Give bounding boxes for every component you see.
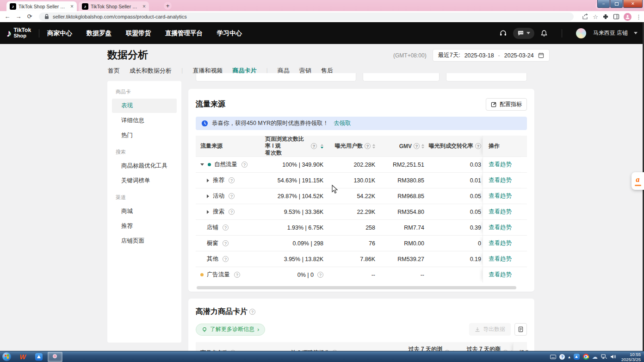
store-avatar[interactable] (576, 28, 586, 38)
taskbar-chrome-button[interactable] (48, 352, 62, 362)
info-icon[interactable]: ? (311, 143, 317, 149)
tiktok-shop-logo[interactable]: TikTok Shop (14, 27, 31, 38)
taskbar-app-button[interactable] (31, 352, 46, 362)
col-users[interactable]: 曝光用户数 ? (323, 142, 375, 150)
tray-expand-icon[interactable]: ▴ (568, 355, 570, 359)
speaker-icon[interactable] (610, 354, 616, 359)
configure-metrics-button[interactable]: 配置指标 (486, 98, 527, 111)
export-data-button[interactable]: 导出数据 (469, 323, 511, 336)
info-icon[interactable]: ? (229, 177, 235, 183)
tab-close-icon[interactable]: × (142, 4, 146, 9)
topnav-item[interactable]: 直播管理平台 (165, 29, 203, 37)
extensions-puzzle-icon[interactable] (602, 13, 609, 20)
taskbar-clock[interactable]: 10:55 2025/3/25 (621, 352, 641, 362)
diagnosis-link[interactable]: 了解更多诊断信息 › (196, 324, 265, 336)
side-panel-icon[interactable] (613, 13, 619, 20)
view-trend-link[interactable]: 查看趋势 (489, 161, 512, 169)
bookmark-star-icon[interactable]: ☆ (593, 14, 598, 20)
page-tab[interactable]: 成长和数据分析 (130, 67, 172, 78)
date-range-picker[interactable]: 最近7天: 2025-03-18 - 2025-03-24 (433, 49, 550, 62)
info-icon[interactable]: ? (242, 162, 248, 168)
forward-icon[interactable]: → (15, 13, 22, 20)
headset-icon[interactable] (499, 29, 507, 37)
browser-tab-inactive[interactable]: ♪ TikTok Shop Seller Center | Cr... × (79, 1, 149, 11)
window-maximize-button[interactable] (610, 0, 623, 8)
keyboard-icon[interactable] (550, 355, 556, 359)
potential-actions: 导出数据 (469, 323, 527, 336)
view-trend-link[interactable]: 查看趋势 (489, 224, 512, 231)
sidebar-item[interactable]: 热门 (112, 128, 177, 143)
info-icon[interactable]: ? (475, 143, 481, 149)
tray-chrome-icon[interactable] (583, 354, 589, 360)
view-trend-link[interactable]: 查看趋势 (489, 192, 512, 200)
topnav-item[interactable]: 学习中心 (217, 29, 242, 37)
tab-close-icon[interactable]: × (70, 4, 74, 9)
window-close-button[interactable]: ✕ (623, 0, 643, 8)
users-cell-value: 54.22K (357, 193, 375, 200)
sidebar-item[interactable]: 商城 (112, 204, 177, 218)
view-trend-link[interactable]: 查看趋势 (489, 239, 512, 247)
start-button[interactable] (2, 352, 11, 361)
banner-text: 恭喜你，获得450 MYR的限时优惠券待领取！ (212, 119, 328, 127)
info-icon[interactable]: ? (223, 256, 229, 262)
info-icon[interactable]: ? (229, 209, 235, 215)
window-minimize-button[interactable]: – (597, 0, 610, 8)
sidebar-item[interactable]: 推荐 (112, 219, 177, 233)
back-icon[interactable]: ← (4, 13, 11, 20)
tray-app-icon[interactable] (574, 354, 580, 360)
address-bar[interactable]: seller.tiktokglobalshop.com/compass/prod… (39, 12, 574, 21)
topnav-item[interactable]: 商家中心 (47, 29, 72, 37)
col-gmv[interactable]: GMV ? (375, 143, 424, 150)
expand-caret-icon[interactable] (207, 194, 209, 198)
browser-menu-icon[interactable]: ⋮ (636, 14, 642, 20)
view-trend-link[interactable]: 查看趋势 (489, 208, 512, 216)
ratio-value: 54.63% | 191.15K (278, 177, 323, 184)
info-icon[interactable]: ? (414, 143, 420, 149)
taskbar-wps-button[interactable]: W (15, 352, 30, 362)
expand-caret-icon[interactable] (200, 163, 204, 166)
info-icon[interactable]: ? (223, 225, 229, 231)
cvr-cell: 0.19 (424, 256, 483, 262)
info-icon[interactable]: ? (365, 143, 371, 149)
new-tab-button[interactable]: + (164, 2, 172, 10)
expand-caret-icon[interactable] (207, 179, 209, 182)
scrollbar-thumb[interactable] (197, 286, 516, 289)
view-trend-link[interactable]: 查看趋势 (489, 271, 512, 279)
help-tray-icon[interactable]: ? (559, 354, 565, 360)
col-ratio[interactable]: 页面浏览次数比率 l 观看次数 ? (265, 136, 323, 156)
message-center-button[interactable] (513, 28, 534, 39)
info-icon[interactable]: ? (229, 193, 235, 199)
browser-tab-active[interactable]: ♪ TikTok Shop Seller Center | Cr... × (6, 1, 77, 11)
view-trend-link[interactable]: 查看趋势 (489, 176, 512, 184)
report-doc-button[interactable] (514, 323, 527, 336)
sidebar-item[interactable]: 表现 (112, 99, 177, 113)
profile-avatar-icon[interactable] (624, 13, 632, 21)
source-name: 搜索 (213, 208, 224, 216)
floating-chat-widget[interactable]: a (632, 172, 644, 190)
onedrive-cloud-icon[interactable]: ☁ (592, 354, 598, 360)
sidebar-item[interactable]: 商品标题优化工具 (112, 159, 177, 173)
notification-bell-icon[interactable] (540, 30, 548, 37)
claim-coupon-link[interactable]: 去领取 (334, 119, 351, 127)
topnav-item[interactable]: 数据罗盘 (87, 29, 111, 37)
store-name[interactable]: 马来西亚 店铺 (593, 29, 628, 37)
info-icon[interactable]: ? (223, 240, 229, 246)
expand-caret-icon[interactable] (207, 210, 209, 214)
source-name: 店铺 (207, 224, 218, 231)
page-tab[interactable]: 首页 (108, 67, 120, 78)
info-icon[interactable]: ? (317, 272, 323, 278)
info-icon[interactable]: ? (234, 272, 240, 278)
partial-card (363, 73, 440, 81)
view-trend-link[interactable]: 查看趋势 (489, 255, 512, 263)
sidebar-item[interactable]: 店铺页面 (112, 234, 177, 248)
users-cell-value: 22.29K (357, 209, 375, 215)
sidebar-item[interactable]: 详细信息 (112, 113, 177, 128)
info-icon[interactable]: ? (249, 309, 255, 315)
reload-icon[interactable]: ⟳ (26, 13, 33, 20)
topnav-item[interactable]: 联盟带货 (126, 29, 151, 37)
share-icon[interactable] (582, 13, 588, 20)
network-icon[interactable] (601, 354, 607, 359)
horizontal-scrollbar[interactable] (197, 286, 526, 289)
ratio-cell: 100% | 349.90K (265, 162, 323, 168)
sidebar-item[interactable]: 关键词榜单 (112, 174, 177, 188)
